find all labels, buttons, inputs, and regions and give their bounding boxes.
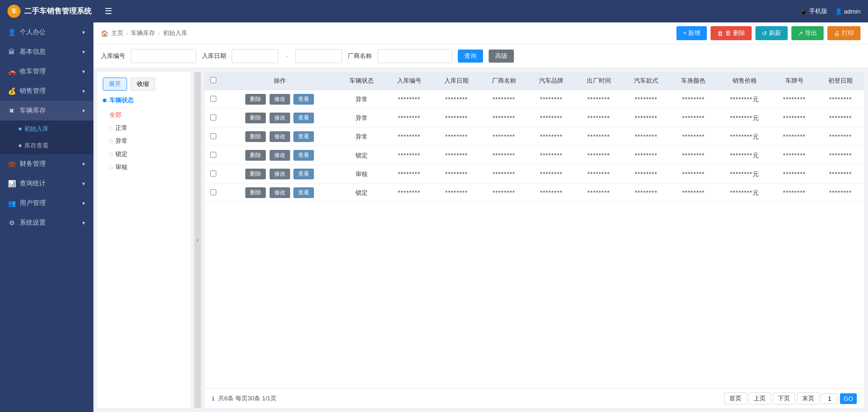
- query-button[interactable]: 查询: [458, 50, 483, 63]
- sidebar-item-sales[interactable]: 💰 销售管理 ▼: [0, 81, 93, 101]
- chevron-down-icon: ▼: [81, 50, 86, 55]
- row-price: ********元: [717, 90, 772, 109]
- filter-option-label: 异常: [115, 137, 128, 145]
- pagination-controls: 首页 上页 下页 末页 GO: [724, 392, 857, 405]
- sidebar-item-personal[interactable]: 👤 个人办公 ▼: [0, 22, 93, 42]
- sidebar: 👤 个人办公 ▼ 🏛 基本信息 ▼ 🚗 收车管理 ▼ 💰 销售管理 ▼ ✖ 车辆…: [0, 22, 93, 412]
- sidebar-item-basic-info[interactable]: 🏛 基本信息 ▼: [0, 42, 93, 62]
- view-row-button[interactable]: 查看: [293, 131, 314, 142]
- row-checkbox[interactable]: [210, 170, 216, 177]
- header: 车 二手车销售管理系统 ☰ 📱 手机版 👤 admin: [0, 0, 868, 22]
- sidebar-item-label: 基本信息: [20, 48, 46, 56]
- last-page-button[interactable]: 末页: [797, 392, 819, 405]
- user-menu-button[interactable]: 👤 admin: [835, 8, 861, 15]
- row-plate: ********: [772, 109, 817, 128]
- sidebar-item-settings[interactable]: ⚙ 系统设置 ▼: [0, 213, 93, 233]
- go-button[interactable]: GO: [840, 393, 857, 404]
- panel-collapse-handle[interactable]: ‹: [194, 72, 201, 408]
- delete-row-button[interactable]: 删除: [245, 94, 266, 105]
- refresh-button[interactable]: ↺ 刷新: [755, 26, 788, 40]
- row-status: 异常: [338, 128, 385, 146]
- delete-row-button[interactable]: 删除: [245, 113, 266, 123]
- edit-row-button[interactable]: 修改: [270, 131, 290, 142]
- breadcrumb-level1: 车辆库存: [131, 29, 155, 37]
- manufacturer-input[interactable]: [377, 49, 452, 63]
- row-checkbox[interactable]: [210, 96, 216, 102]
- filter-option-review[interactable]: □ 审核: [103, 161, 185, 174]
- breadcrumb: 🏠 主页 › 车辆库存 › 初始入库: [101, 29, 676, 37]
- date-to-input[interactable]: [295, 49, 342, 63]
- sidebar-sub-item-stock-view[interactable]: 库存查看: [0, 137, 93, 154]
- sidebar-item-stats[interactable]: 📊 查询统计 ▼: [0, 174, 93, 193]
- edit-row-button[interactable]: 修改: [270, 150, 290, 161]
- first-page-button[interactable]: 首页: [724, 392, 747, 405]
- collapse-button[interactable]: 收缩: [131, 78, 155, 91]
- row-color: ********: [670, 184, 717, 202]
- view-row-button[interactable]: 查看: [293, 94, 314, 105]
- row-plate: ********: [772, 146, 817, 165]
- sidebar-item-finance[interactable]: 💼 财务管理 ▼: [0, 154, 93, 174]
- car-recv-icon: 🚗: [7, 68, 16, 75]
- add-button[interactable]: + 新增: [676, 26, 707, 40]
- edit-row-button[interactable]: 修改: [270, 187, 290, 198]
- delete-row-button[interactable]: 删除: [245, 187, 266, 198]
- sidebar-item-label: 车辆库存: [20, 107, 46, 115]
- search-bar: 入库编号 入库日期 - 厂商名称 查询 高级: [93, 44, 868, 68]
- sidebar-sub-item-initial-stock[interactable]: 初始入库: [0, 121, 93, 137]
- settings-icon: ⚙: [7, 219, 16, 227]
- row-reg-date: ********: [817, 146, 864, 165]
- view-row-button[interactable]: 查看: [293, 187, 314, 198]
- prev-page-button[interactable]: 上页: [748, 392, 771, 405]
- row-checkbox[interactable]: [210, 152, 216, 158]
- delete-button[interactable]: 🗑 🗑 删除: [711, 26, 752, 40]
- active-dot: [19, 128, 21, 130]
- row-warehouse-no: ********: [385, 128, 433, 146]
- row-date: ********: [433, 184, 480, 202]
- edit-row-button[interactable]: 修改: [270, 169, 290, 179]
- view-row-button[interactable]: 查看: [293, 150, 314, 161]
- delete-row-button[interactable]: 删除: [245, 169, 266, 179]
- sidebar-sub-item-label: 初始入库: [24, 125, 49, 133]
- filter-option-normal[interactable]: □ 正常: [103, 121, 185, 135]
- view-row-button[interactable]: 查看: [293, 113, 314, 123]
- view-row-button[interactable]: 查看: [293, 169, 314, 179]
- row-manufacturer: ********: [480, 128, 527, 146]
- basic-info-icon: 🏛: [7, 48, 16, 56]
- sidebar-item-users[interactable]: 👥 用户管理 ▼: [0, 193, 93, 213]
- row-checkbox[interactable]: [210, 133, 216, 139]
- sales-icon: 💰: [7, 87, 16, 95]
- export-button[interactable]: ↗ 导出: [791, 26, 824, 40]
- filter-option-locked[interactable]: □ 锁定: [103, 148, 185, 161]
- delete-row-button[interactable]: 删除: [245, 150, 266, 161]
- row-checkbox[interactable]: [210, 114, 216, 121]
- advanced-button[interactable]: 高级: [489, 50, 514, 63]
- row-manufacturer: ********: [480, 90, 527, 109]
- row-model: ********: [622, 109, 669, 128]
- print-button[interactable]: 🖨 打印: [827, 26, 861, 40]
- table-header: 操作 车辆状态 入库编号 入库日期 厂商名称 汽车品牌 出厂时间 汽车款式 车身…: [205, 72, 864, 90]
- edit-row-button[interactable]: 修改: [270, 94, 290, 105]
- sidebar-item-car-recv[interactable]: 🚗 收车管理 ▼: [0, 62, 93, 81]
- delete-row-button[interactable]: 删除: [245, 131, 266, 142]
- expand-button[interactable]: 展开: [103, 78, 127, 91]
- doc-icon: □: [109, 125, 113, 131]
- sidebar-item-car-stock[interactable]: ✖ 车辆库存 ▼: [0, 101, 93, 121]
- row-checkbox-cell: [205, 184, 221, 202]
- edit-row-button[interactable]: 修改: [270, 113, 290, 123]
- row-checkbox[interactable]: [210, 189, 216, 195]
- table-body: 删除 修改 查看 异常 ******** ******** ******** *…: [205, 90, 864, 202]
- finance-icon: 💼: [7, 160, 16, 168]
- row-brand: ********: [527, 165, 575, 184]
- row-warehouse-no: ********: [385, 90, 433, 109]
- sidebar-item-label: 收车管理: [20, 67, 46, 76]
- menu-toggle-button[interactable]: ☰: [101, 4, 116, 18]
- row-reg-date: ********: [817, 90, 864, 109]
- warehouse-no-input[interactable]: [131, 49, 196, 63]
- filter-option-abnormal[interactable]: □ 异常: [103, 135, 185, 148]
- date-from-input[interactable]: [232, 49, 278, 63]
- phone-version-button[interactable]: 📱 手机版: [800, 7, 827, 15]
- page-number-input[interactable]: [821, 393, 838, 404]
- select-all-checkbox[interactable]: [210, 77, 216, 83]
- next-page-button[interactable]: 下页: [773, 392, 795, 405]
- filter-option-all[interactable]: 全部: [103, 108, 185, 121]
